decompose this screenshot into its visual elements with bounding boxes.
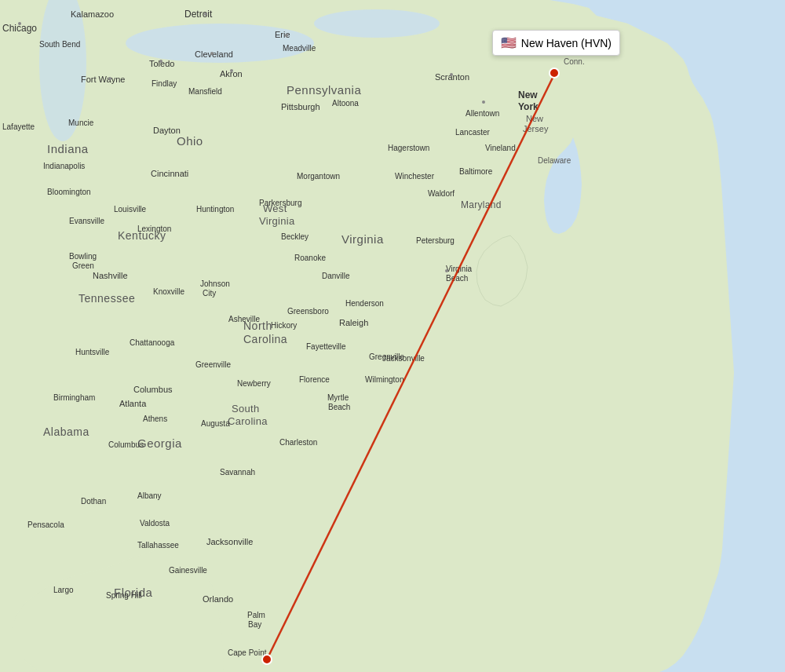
svg-text:Palm: Palm [247,611,265,619]
svg-text:Conn.: Conn. [564,57,585,66]
flag-icon: 🇺🇸 [501,35,517,50]
svg-text:Asheville: Asheville [228,315,260,323]
svg-text:Meadville: Meadville [283,44,316,53]
svg-text:Knoxville: Knoxville [153,287,184,296]
svg-text:Louisville: Louisville [114,205,147,214]
svg-text:Detroit: Detroit [184,9,213,20]
svg-text:Pensacola: Pensacola [27,520,64,529]
svg-text:Jacksonville: Jacksonville [382,354,425,363]
map-container: Indiana Ohio Pennsylvania West Virginia … [0,0,785,672]
svg-point-119 [159,60,162,63]
svg-text:South: South [232,403,259,415]
svg-text:Bay: Bay [248,620,261,629]
svg-text:Virginia: Virginia [259,215,295,227]
svg-text:Beckley: Beckley [281,232,309,241]
svg-text:Altoona: Altoona [332,99,359,108]
svg-text:Morgantown: Morgantown [297,172,340,181]
svg-text:Petersburg: Petersburg [416,236,455,245]
svg-point-113 [18,22,21,25]
svg-text:Fort Wayne: Fort Wayne [81,75,125,84]
svg-text:Myrtle: Myrtle [327,393,349,402]
svg-point-112 [262,655,272,664]
svg-text:Bloomington: Bloomington [47,188,91,196]
svg-text:Kalamazoo: Kalamazoo [71,9,114,19]
svg-text:Evansville: Evansville [69,217,104,225]
svg-text:Chattanooga: Chattanooga [130,338,175,347]
svg-text:Maryland: Maryland [461,199,502,210]
svg-text:Gainesville: Gainesville [169,566,207,575]
svg-text:Cincinnati: Cincinnati [151,169,188,178]
svg-point-118 [230,69,233,72]
svg-text:Atlanta: Atlanta [119,399,147,408]
svg-text:Savannah: Savannah [220,468,255,477]
svg-text:Ohio: Ohio [177,134,203,148]
svg-text:Lexington: Lexington [137,225,171,233]
svg-text:Delaware: Delaware [538,156,571,165]
svg-point-117 [210,52,214,55]
svg-text:Spring Hill: Spring Hill [106,591,142,600]
svg-text:Pennsylvania: Pennsylvania [287,83,361,97]
svg-text:Cleveland: Cleveland [195,49,233,59]
svg-text:Florence: Florence [299,375,330,384]
svg-text:Dothan: Dothan [81,497,106,506]
svg-text:Pittsburgh: Pittsburgh [281,102,320,111]
svg-text:Charleston: Charleston [279,438,317,447]
svg-text:Henderson: Henderson [345,299,384,308]
svg-text:Roanoke: Roanoke [294,254,326,262]
svg-text:Winchester: Winchester [395,172,435,181]
svg-text:Virginia: Virginia [341,232,384,246]
svg-text:Newberry: Newberry [237,379,271,388]
svg-text:City: City [203,289,216,298]
svg-text:Augusta: Augusta [201,419,230,428]
svg-text:Dayton: Dayton [153,126,181,135]
svg-text:Alabama: Alabama [43,425,89,438]
svg-text:Findlay: Findlay [152,79,177,88]
svg-text:Baltimore: Baltimore [459,167,493,176]
svg-text:Huntsville: Huntsville [75,348,110,356]
svg-text:Parkersburg: Parkersburg [259,199,301,207]
svg-text:Johnson: Johnson [200,279,230,288]
svg-text:Largo: Largo [53,586,74,594]
svg-text:Birmingham: Birmingham [53,393,95,402]
svg-point-111 [550,68,559,78]
svg-text:Jacksonville: Jacksonville [206,537,253,546]
svg-point-115 [204,13,207,16]
svg-point-3 [314,9,440,38]
svg-text:Hagerstown: Hagerstown [388,144,429,152]
hvn-tooltip: 🇺🇸 New Haven (HVN) [492,30,620,56]
svg-text:Indianapolis: Indianapolis [43,162,85,170]
svg-text:Lancaster: Lancaster [455,128,491,137]
svg-text:Greenville: Greenville [195,360,231,369]
svg-text:Danville: Danville [322,272,350,280]
svg-text:New: New [518,89,538,100]
svg-text:Muncie: Muncie [68,119,94,127]
svg-text:Nashville: Nashville [93,271,128,280]
map-svg: Indiana Ohio Pennsylvania West Virginia … [0,0,785,672]
svg-text:Tallahassee: Tallahassee [137,541,179,550]
svg-text:Tennessee: Tennessee [78,292,135,305]
svg-text:Lafayette: Lafayette [2,122,35,131]
svg-text:Mansfield: Mansfield [188,87,222,96]
svg-text:Greensboro: Greensboro [287,307,329,316]
svg-point-114 [108,77,111,80]
svg-text:South Bend: South Bend [39,40,80,49]
svg-text:Waldorf: Waldorf [428,189,455,198]
svg-text:Cape Point: Cape Point [228,648,267,657]
svg-text:Georgia: Georgia [137,436,182,450]
svg-point-121 [482,100,485,104]
svg-text:Beach: Beach [328,403,350,411]
svg-text:Vineland: Vineland [485,144,516,152]
svg-text:Hickory: Hickory [271,321,297,330]
svg-text:Carolina: Carolina [243,333,287,345]
airport-label: New Haven (HVN) [521,37,612,49]
svg-text:Green: Green [72,261,94,270]
svg-point-116 [285,34,288,37]
svg-text:Athens: Athens [143,415,167,423]
svg-text:Huntington: Huntington [196,205,234,214]
svg-text:Wilmington: Wilmington [365,375,403,384]
svg-point-120 [450,73,453,76]
svg-text:Orlando: Orlando [203,594,233,604]
svg-point-122 [445,269,448,272]
svg-text:Carolina: Carolina [228,415,268,427]
svg-text:Columbus: Columbus [133,385,173,394]
